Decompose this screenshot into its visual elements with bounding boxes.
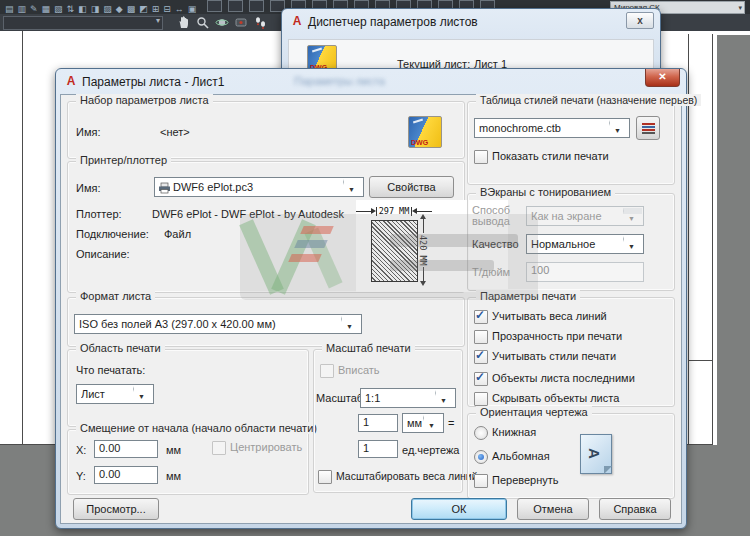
scale-lineweights-checkbox[interactable] — [318, 470, 332, 484]
printer-icon — [158, 182, 171, 196]
plot-lineweights-checkbox[interactable] — [474, 310, 488, 324]
chevron-down-icon[interactable]: ▼ — [133, 386, 152, 392]
orbit-icon[interactable] — [215, 16, 229, 29]
plotter-label: Плоттер: — [76, 208, 122, 220]
steering-wheel-icon[interactable] — [235, 16, 248, 29]
shade-method-combo: Как на экране ▼ — [526, 206, 644, 226]
dialog-body: Набор параметров листа Имя: <нет> DWG Пр… — [60, 94, 682, 524]
equals-label: = — [448, 417, 454, 429]
plot-area-combo[interactable]: Лист ▼ — [76, 384, 154, 404]
scale-unit-combo[interactable]: мм ▼ — [402, 413, 444, 433]
manager-dialog-title: Диспетчер параметров листов — [308, 15, 478, 29]
chevron-down-icon[interactable]: ▼ — [343, 179, 362, 185]
autocad-logo-icon: A — [290, 14, 304, 28]
glass-ghost-text: Параметры листа — [294, 75, 385, 87]
group-shaded-viewports: ВЭкраны с тонированием Способ вывода Как… — [467, 193, 675, 291]
quality-combo[interactable]: Нормальное ▼ — [526, 234, 644, 254]
scale-combo[interactable]: 1:1 ▼ — [360, 388, 456, 408]
pen-table-icon — [642, 123, 655, 135]
group-page-setup-name: Набор параметров листа Имя: <нет> DWG — [67, 101, 465, 159]
shade-method-label2: вывода — [472, 215, 510, 227]
show-motion-icon[interactable] — [254, 16, 267, 29]
dwg-file-icon: DWG — [408, 116, 442, 148]
pan-icon[interactable] — [177, 16, 190, 29]
chevron-down-icon[interactable]: ▼ — [609, 120, 628, 126]
group-drawing-orientation: Ориентация чертежа Книжная Альбомная Пер… — [467, 413, 675, 499]
paper-size-combo[interactable]: ISO без полей A3 (297.00 x 420.00 мм) ▼ — [74, 314, 362, 334]
cancel-button[interactable]: Отмена — [517, 498, 589, 520]
what-to-plot-label: Что печатать: — [76, 364, 145, 376]
drawing-units-label: ед.чертежа — [402, 444, 459, 456]
y-unit-label: мм — [166, 470, 181, 482]
group-paper-size: Формат листа ISO без полей A3 (297.00 x … — [67, 297, 465, 347]
group-plot-scale: Масштаб печати Вписать Масштаб: 1:1 ▼ 1 … — [313, 349, 463, 493]
group-printer-plotter: Принтер/плоттер Имя: DWF6 ePlot.pc3 ▼ Св… — [67, 161, 465, 293]
preview-button[interactable]: Просмотр... — [73, 498, 159, 520]
toolbar-dropdown[interactable] — [3, 16, 163, 30]
center-plot-checkbox[interactable] — [212, 441, 226, 455]
x-label: X: — [76, 444, 86, 456]
page-setup-dialog: A Параметры листа - Лист1 Параметры лист… — [55, 68, 687, 529]
dialog-title: Параметры листа - Лист1 — [82, 75, 224, 89]
group-plot-area: Область печати Что печатать: Лист ▼ — [67, 349, 309, 427]
paperspace-last-checkbox[interactable] — [474, 372, 488, 386]
plot-transparency-checkbox[interactable] — [474, 330, 488, 344]
height-dimension: 420 MM — [418, 214, 428, 286]
plotter-value: DWF6 ePlot - DWF ePlot - by Autodesk — [152, 208, 344, 220]
chevron-down-icon[interactable]: ▼ — [341, 316, 360, 322]
plot-styles-checkbox[interactable] — [474, 350, 488, 364]
description-label: Описание: — [76, 248, 130, 260]
dpi-label: Т/дюйм — [472, 266, 510, 278]
plot-style-combo[interactable]: monochrome.ctb ▼ — [474, 118, 630, 138]
autocad-logo-icon: A — [64, 74, 78, 88]
canvas-background — [717, 35, 750, 445]
scale-mm-input[interactable]: 1 — [358, 414, 398, 432]
chevron-down-icon: ▼ — [623, 208, 642, 214]
y-offset-input[interactable]: 0.00 — [94, 466, 158, 484]
printer-combo[interactable]: DWF6 ePlot.pc3 ▼ — [154, 177, 364, 197]
y-label: Y: — [76, 470, 86, 482]
chevron-down-icon[interactable]: ▼ — [435, 390, 454, 396]
connection-label: Подключение: — [76, 228, 149, 240]
manager-close-button[interactable]: x — [626, 12, 654, 29]
chevron-down-icon[interactable]: ▼ — [423, 415, 442, 421]
scale-units-input[interactable]: 1 — [358, 440, 398, 458]
x-offset-input[interactable]: 0.00 — [94, 440, 158, 458]
orientation-paper-icon: A — [580, 434, 612, 474]
group-plot-style-table: Таблица стилей печати (назначение перьев… — [467, 101, 675, 185]
chevron-down-icon[interactable]: ▼ — [623, 236, 642, 242]
plot-upside-down-checkbox[interactable] — [474, 474, 488, 488]
setup-name-value: <нет> — [160, 126, 190, 138]
display-plot-styles-checkbox[interactable] — [474, 150, 488, 164]
setup-name-label: Имя: — [76, 126, 100, 138]
hide-paperspace-checkbox[interactable] — [474, 392, 488, 406]
portrait-radio[interactable] — [474, 426, 488, 440]
dialog-close-button[interactable]: ✕ — [645, 69, 680, 87]
x-unit-label: мм — [166, 444, 181, 456]
landscape-radio[interactable] — [474, 450, 488, 464]
quality-label: Качество — [472, 238, 519, 250]
ok-button[interactable]: ОК — [411, 498, 507, 520]
fit-to-paper-checkbox[interactable] — [320, 364, 334, 378]
printer-name-label: Имя: — [76, 182, 100, 194]
zoom-icon[interactable] — [196, 16, 209, 29]
group-plot-offset: Смещение от начала (начало области печат… — [67, 429, 309, 495]
dpi-input: 100 — [526, 262, 644, 282]
connection-value: Файл — [164, 228, 191, 240]
help-button[interactable]: Справка — [599, 498, 671, 520]
scale-label: Масштаб: — [316, 392, 366, 404]
autocad-screen: ▤▥✎▦▧⇅◧◨▨◆▩◩⊞⊟↔▣ Мировая СК — [0, 0, 750, 536]
edit-plot-style-button[interactable] — [636, 116, 660, 140]
printable-area-hatch — [371, 220, 418, 282]
group-plot-options: Параметры печати Учитывать веса линий Пр… — [467, 297, 675, 407]
properties-button[interactable]: Свойства — [369, 176, 454, 198]
